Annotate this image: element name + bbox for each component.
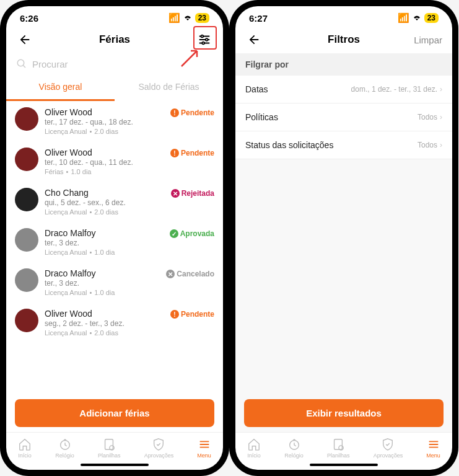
status-badge: ✕ Rejeitada (171, 189, 214, 198)
back-button[interactable] (16, 31, 33, 48)
clear-button[interactable]: Limpar (414, 31, 442, 48)
nav-relógio[interactable]: Relógio (284, 438, 304, 459)
leave-item[interactable]: Draco Malfoy ter., 3 dez. Licença Anual•… (6, 222, 223, 262)
header: Filtros Limpar (235, 26, 452, 53)
filter-value: Todos› (417, 141, 442, 149)
chevron-right-icon: › (440, 141, 442, 149)
status-badge: ! Pendente (170, 310, 214, 319)
status-icon: ! (170, 108, 179, 117)
item-meta: Licença Anual•1.0 dia (45, 249, 214, 256)
sheets-icon (102, 438, 116, 451)
item-meta: Licença Anual•2.0 dias (45, 208, 214, 216)
phone-filtros: 6:27 📶 23 Filtros Limpar Filgrar por Dat… (235, 6, 452, 470)
status-icon: ✓ (170, 229, 178, 238)
item-dates: ter., 17 dez. - qua., 18 dez. (45, 118, 214, 126)
chevron-right-icon: › (440, 85, 442, 94)
add-leave-button[interactable]: Adicionar férias (15, 399, 214, 427)
search-icon (16, 58, 27, 69)
status-bar: 6:27 📶 23 (235, 6, 452, 26)
tab-balance[interactable]: Saldo de Férias (115, 74, 223, 101)
nav-label: Início (18, 452, 32, 459)
status-badge: ! Pendente (170, 149, 214, 157)
status-right: 📶 23 (168, 12, 209, 24)
status-icon: ! (170, 310, 179, 319)
nav-label: Relógio (55, 452, 74, 459)
item-meta: Licença Anual•2.0 dias (45, 329, 214, 337)
item-dates: seg., 2 dez. - ter., 3 dez. (45, 319, 214, 328)
status-icon: ✕ (166, 270, 175, 278)
nav-início[interactable]: Início (247, 438, 261, 459)
nav-label: Menu (426, 452, 440, 459)
nav-aprovações[interactable]: Aprovações (374, 438, 403, 459)
red-arrow-annotation (178, 45, 203, 69)
menu-icon (198, 438, 211, 451)
status-badge: ! Pendente (170, 108, 214, 117)
item-dates: ter., 10 dez. - qua., 11 dez. (45, 158, 214, 167)
tab-bar: InícioRelógioPlanilhasAprovaçõesMenu (235, 432, 452, 461)
leave-list[interactable]: Oliver Wood ter., 17 dez. - qua., 18 dez… (6, 101, 223, 394)
leave-item[interactable]: Draco Malfoy ter., 3 dez. Licença Anual•… (6, 262, 223, 302)
filter-value: dom., 1 dez. - ter., 31 dez.› (351, 85, 442, 94)
avatar (15, 107, 38, 131)
back-button[interactable] (245, 31, 263, 48)
item-dates: ter., 3 dez. (45, 239, 214, 247)
approvals-icon (381, 438, 395, 451)
search-placeholder: Procurar (32, 59, 68, 69)
filter-row[interactable]: Status das solicitações Todos› (235, 131, 452, 159)
home-indicator[interactable] (310, 464, 378, 466)
clock-icon (287, 438, 301, 451)
leave-item[interactable]: Cho Chang qui., 5 dez. - sex., 6 dez. Li… (6, 182, 223, 222)
nav-menu[interactable]: Menu (197, 438, 211, 459)
nav-aprovações[interactable]: Aprovações (144, 438, 174, 459)
avatar (15, 148, 38, 171)
tab-bar: InícioRelógioPlanilhasAprovaçõesMenu (6, 432, 223, 461)
filter-label: Status das solicitações (245, 140, 333, 150)
svg-point-3 (17, 60, 24, 66)
status-label: Rejeitada (181, 189, 214, 198)
filter-value: Todos› (417, 113, 442, 121)
battery-badge: 23 (424, 13, 439, 23)
item-dates: ter., 3 dez. (45, 279, 214, 288)
tabs: Visão geral Saldo de Férias (6, 74, 223, 101)
item-dates: qui., 5 dez. - sex., 6 dez. (45, 198, 214, 207)
nav-planilhas[interactable]: Planilhas (327, 438, 350, 459)
leave-item[interactable]: Oliver Wood ter., 10 dez. - qua., 11 dez… (6, 141, 223, 182)
sheets-icon (331, 438, 345, 451)
page-title: Filtros (328, 33, 360, 46)
chevron-right-icon: › (440, 113, 442, 121)
item-meta: Licença Anual•1.0 dia (45, 289, 214, 296)
nav-relógio[interactable]: Relógio (55, 438, 74, 459)
wifi-icon (183, 13, 193, 24)
filter-row[interactable]: Datas dom., 1 dez. - ter., 31 dez.› (235, 76, 452, 104)
nav-planilhas[interactable]: Planilhas (98, 438, 121, 459)
leave-item[interactable]: Oliver Wood ter., 17 dez. - qua., 18 dez… (6, 101, 223, 141)
status-label: Aprovada (180, 229, 214, 238)
home-icon (18, 438, 32, 451)
home-icon (247, 438, 261, 451)
home-indicator[interactable] (81, 464, 149, 466)
signal-icon: 📶 (398, 12, 409, 24)
filter-label: Datas (245, 84, 268, 94)
nav-label: Planilhas (98, 452, 121, 459)
status-bar: 6:26 📶 23 (6, 6, 223, 26)
item-meta: Licença Anual•2.0 dias (45, 128, 214, 135)
nav-label: Planilhas (327, 452, 350, 459)
tab-overview[interactable]: Visão geral (6, 74, 115, 101)
status-time: 6:26 (20, 13, 38, 24)
nav-label: Aprovações (144, 452, 174, 459)
filter-section-header: Filgrar por (235, 53, 452, 76)
nav-label: Relógio (284, 452, 304, 459)
leave-item[interactable]: Oliver Wood seg., 2 dez. - ter., 3 dez. … (6, 302, 223, 343)
filter-row[interactable]: Políticas Todos› (235, 104, 452, 131)
wifi-icon (412, 13, 422, 24)
show-results-button[interactable]: Exibir resultados (244, 399, 444, 427)
avatar (15, 228, 38, 252)
status-right: 📶 23 (398, 12, 439, 24)
nav-início[interactable]: Início (18, 438, 32, 459)
svg-rect-8 (334, 439, 343, 450)
status-label: Pendente (181, 149, 214, 157)
battery-badge: 23 (195, 13, 209, 23)
avatar (15, 309, 38, 332)
nav-menu[interactable]: Menu (426, 438, 440, 459)
item-meta: Férias•1.0 dia (45, 168, 214, 175)
